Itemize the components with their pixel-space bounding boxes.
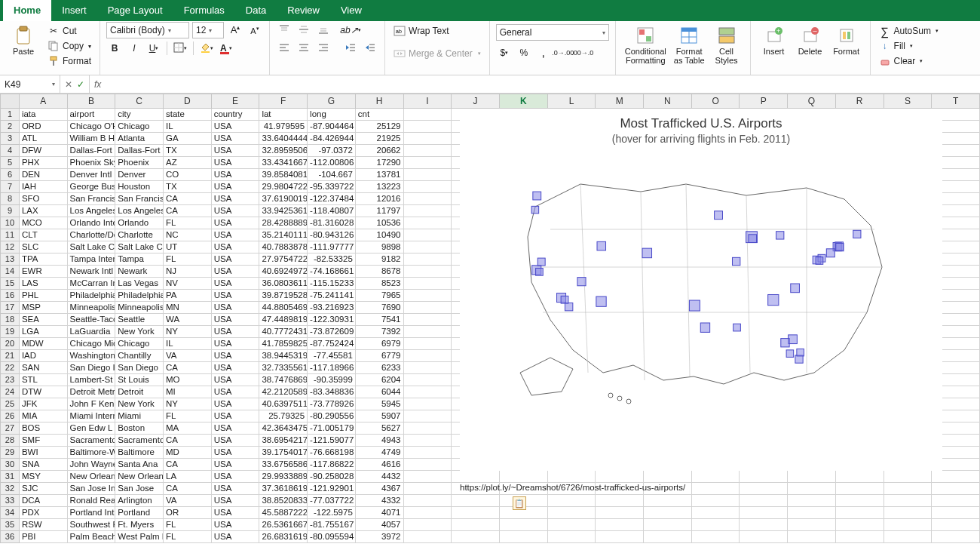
cell-I28[interactable] — [404, 435, 452, 447]
cell-G5[interactable]: -112.00806 — [308, 157, 356, 169]
align-middle-button[interactable] — [296, 22, 312, 38]
cell-F7[interactable]: 29.9804722 — [259, 181, 308, 193]
cell-T9[interactable] — [932, 205, 980, 217]
cell-P34[interactable] — [740, 507, 788, 519]
cell-T13[interactable] — [932, 253, 980, 266]
cell-K16[interactable] — [500, 290, 548, 302]
cell-J2[interactable] — [452, 121, 500, 133]
cell-G3[interactable]: -84.426944 — [308, 133, 356, 145]
cell-A4[interactable]: DFW — [20, 145, 68, 157]
cell-E14[interactable]: USA — [212, 266, 260, 278]
cell-G34[interactable]: -122.5975 — [308, 507, 356, 519]
cell-M15[interactable] — [596, 278, 644, 290]
cell-S8[interactable] — [884, 193, 933, 205]
cell-E21[interactable]: USA — [212, 350, 260, 362]
name-box[interactable]: K49▾ — [0, 75, 60, 93]
cell-L14[interactable] — [548, 266, 596, 278]
cell-L16[interactable] — [548, 290, 596, 302]
cell-P9[interactable] — [740, 205, 788, 217]
cell-I14[interactable] — [404, 266, 452, 278]
cell-P32[interactable] — [740, 483, 788, 495]
cell-T24[interactable] — [932, 386, 980, 398]
cell-H5[interactable]: 17290 — [356, 157, 404, 169]
cell-R24[interactable] — [836, 386, 884, 398]
cell-G15[interactable]: -115.15233 — [308, 278, 356, 290]
cell-P15[interactable] — [740, 278, 788, 290]
cell-H31[interactable]: 4432 — [356, 471, 404, 483]
fill-button[interactable]: ↓Fill▾ — [877, 39, 941, 53]
row-header-20[interactable]: 20 — [0, 338, 20, 350]
cell-B14[interactable]: Newark Intl — [68, 266, 116, 278]
cell-R2[interactable] — [836, 121, 884, 133]
row-header-13[interactable]: 13 — [0, 253, 20, 266]
cell-G10[interactable]: -81.316028 — [308, 217, 356, 229]
cell-F19[interactable]: 40.7772431 — [259, 326, 308, 338]
row-header-27[interactable]: 27 — [0, 422, 20, 435]
cell-R1[interactable] — [836, 109, 884, 121]
cell-S6[interactable] — [884, 169, 933, 181]
column-header-G[interactable]: G — [308, 94, 356, 109]
row-header-10[interactable]: 10 — [0, 217, 20, 229]
cell-P31[interactable] — [740, 471, 788, 483]
row-header-1[interactable]: 1 — [0, 109, 20, 121]
column-header-A[interactable]: A — [20, 94, 68, 109]
cell-J13[interactable] — [452, 253, 500, 266]
cell-M19[interactable] — [596, 326, 644, 338]
decrease-indent-button[interactable] — [342, 40, 359, 57]
shrink-font-button[interactable]: A▾ — [247, 22, 263, 38]
cell-C11[interactable]: Charlotte — [115, 229, 164, 241]
cell-D30[interactable]: CA — [164, 459, 212, 471]
column-header-R[interactable]: R — [836, 94, 884, 109]
cell-I33[interactable] — [404, 495, 452, 507]
cell-F13[interactable]: 27.9754722 — [259, 253, 308, 266]
cell-M17[interactable] — [596, 302, 644, 314]
merge-center-button[interactable]: Merge & Center▾ — [391, 47, 483, 60]
cell-T4[interactable] — [932, 145, 980, 157]
cell-O19[interactable] — [692, 326, 740, 338]
row-header-21[interactable]: 21 — [0, 350, 20, 362]
cell-A33[interactable]: DCA — [20, 495, 68, 507]
cell-P11[interactable] — [740, 229, 788, 241]
cell-A28[interactable]: SMF — [20, 435, 68, 447]
cell-M7[interactable] — [596, 181, 644, 193]
cell-Q7[interactable] — [788, 181, 836, 193]
cell-G7[interactable]: -95.339722 — [308, 181, 356, 193]
cell-R11[interactable] — [836, 229, 884, 241]
cell-G13[interactable]: -82.53325 — [308, 253, 356, 266]
cell-I6[interactable] — [404, 169, 452, 181]
cell-H27[interactable]: 5627 — [356, 422, 404, 435]
cell-C1[interactable]: city — [115, 109, 164, 121]
cell-Q17[interactable] — [788, 302, 836, 314]
cell-C27[interactable]: Boston — [115, 422, 164, 435]
cell-L2[interactable] — [548, 121, 596, 133]
cell-L1[interactable] — [548, 109, 596, 121]
cell-D21[interactable]: VA — [164, 350, 212, 362]
row-header-15[interactable]: 15 — [0, 278, 20, 290]
tab-page-layout[interactable]: Page Layout — [97, 0, 173, 21]
cell-E8[interactable]: USA — [212, 193, 260, 205]
cell-Q21[interactable] — [788, 350, 836, 362]
cell-M5[interactable] — [596, 157, 644, 169]
cell-Q36[interactable] — [788, 531, 836, 543]
cell-Q1[interactable] — [788, 109, 836, 121]
cell-B23[interactable]: Lambert-St L — [68, 374, 116, 386]
cell-B29[interactable]: Baltimore-W — [68, 447, 116, 459]
cell-A14[interactable]: EWR — [20, 266, 68, 278]
cell-A30[interactable]: SNA — [20, 459, 68, 471]
cell-G19[interactable]: -73.872609 — [308, 326, 356, 338]
cell-R20[interactable] — [836, 338, 884, 350]
cell-O2[interactable] — [692, 121, 740, 133]
cell-O3[interactable] — [692, 133, 740, 145]
cell-B20[interactable]: Chicago Midw — [68, 338, 116, 350]
cell-F16[interactable]: 39.8719528 — [259, 290, 308, 302]
row-header-9[interactable]: 9 — [0, 205, 20, 217]
cell-H35[interactable]: 4057 — [356, 519, 404, 531]
cell-I7[interactable] — [404, 181, 452, 193]
cell-D15[interactable]: NV — [164, 278, 212, 290]
cell-M27[interactable] — [596, 422, 644, 435]
cell-A17[interactable]: MSP — [20, 302, 68, 314]
cell-R16[interactable] — [836, 290, 884, 302]
cell-P27[interactable] — [740, 422, 788, 435]
cell-O35[interactable] — [692, 519, 740, 531]
cell-P8[interactable] — [740, 193, 788, 205]
